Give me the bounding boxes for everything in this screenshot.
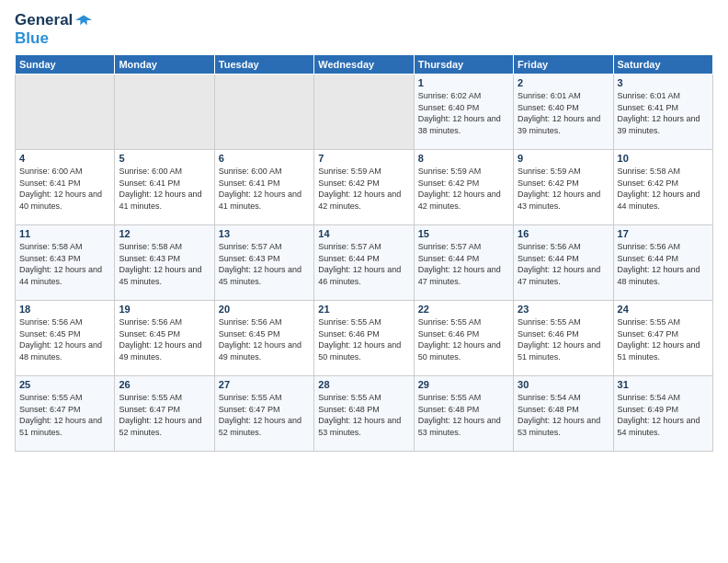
weekday-header-saturday: Saturday: [613, 55, 712, 75]
day-number: 7: [318, 153, 409, 164]
day-number: 17: [618, 228, 709, 239]
calendar-cell: 23Sunrise: 5:55 AMSunset: 6:46 PMDayligh…: [514, 301, 613, 376]
calendar-cell: 18Sunrise: 5:56 AMSunset: 6:45 PMDayligh…: [16, 301, 115, 376]
day-number: 30: [518, 379, 609, 390]
day-number: 26: [119, 379, 210, 390]
calendar-cell: 17Sunrise: 5:56 AMSunset: 6:44 PMDayligh…: [613, 225, 712, 301]
day-info: Sunrise: 5:54 AMSunset: 6:49 PMDaylight:…: [618, 392, 709, 438]
calendar-cell: 11Sunrise: 5:58 AMSunset: 6:43 PMDayligh…: [16, 225, 115, 301]
week-row-5: 25Sunrise: 5:55 AMSunset: 6:47 PMDayligh…: [16, 376, 713, 452]
day-number: 10: [618, 153, 709, 164]
day-number: 5: [119, 153, 210, 164]
day-info: Sunrise: 5:55 AMSunset: 6:47 PMDaylight:…: [119, 392, 210, 438]
calendar-cell: 20Sunrise: 5:56 AMSunset: 6:45 PMDayligh…: [214, 301, 313, 376]
week-row-2: 4Sunrise: 6:00 AMSunset: 6:41 PMDaylight…: [16, 150, 713, 225]
header: General Blue: [15, 11, 713, 47]
logo-blue: Blue: [15, 29, 49, 48]
day-info: Sunrise: 5:55 AMSunset: 6:46 PMDaylight:…: [418, 316, 509, 362]
calendar-cell: 29Sunrise: 5:55 AMSunset: 6:48 PMDayligh…: [414, 376, 513, 452]
weekday-header-wednesday: Wednesday: [314, 55, 414, 75]
calendar-cell: 9Sunrise: 5:59 AMSunset: 6:42 PMDaylight…: [514, 150, 613, 225]
calendar-cell: 15Sunrise: 5:57 AMSunset: 6:44 PMDayligh…: [414, 225, 513, 301]
day-number: 14: [318, 228, 409, 239]
weekday-header-row: SundayMondayTuesdayWednesdayThursdayFrid…: [16, 55, 713, 75]
day-info: Sunrise: 5:59 AMSunset: 6:42 PMDaylight:…: [318, 166, 409, 212]
day-info: Sunrise: 5:56 AMSunset: 6:44 PMDaylight:…: [518, 241, 609, 287]
day-info: Sunrise: 5:57 AMSunset: 6:44 PMDaylight:…: [318, 241, 409, 287]
logo: General Blue: [15, 11, 92, 47]
day-number: 21: [318, 304, 409, 315]
day-info: Sunrise: 6:01 AMSunset: 6:40 PMDaylight:…: [518, 90, 609, 136]
logo-general: General: [15, 11, 73, 29]
day-info: Sunrise: 5:55 AMSunset: 6:46 PMDaylight:…: [318, 316, 409, 362]
day-number: 23: [518, 304, 609, 315]
weekday-header-tuesday: Tuesday: [214, 55, 313, 75]
day-info: Sunrise: 5:59 AMSunset: 6:42 PMDaylight:…: [418, 166, 509, 212]
weekday-header-monday: Monday: [115, 55, 214, 75]
day-number: 31: [618, 379, 709, 390]
calendar-cell: [214, 75, 313, 150]
day-info: Sunrise: 5:58 AMSunset: 6:43 PMDaylight:…: [119, 241, 210, 287]
day-info: Sunrise: 6:00 AMSunset: 6:41 PMDaylight:…: [19, 166, 110, 212]
calendar-cell: [16, 75, 115, 150]
day-info: Sunrise: 6:02 AMSunset: 6:40 PMDaylight:…: [418, 90, 509, 136]
day-info: Sunrise: 5:56 AMSunset: 6:45 PMDaylight:…: [219, 316, 310, 362]
day-info: Sunrise: 5:55 AMSunset: 6:47 PMDaylight:…: [618, 316, 709, 362]
day-number: 20: [219, 304, 310, 315]
day-info: Sunrise: 5:59 AMSunset: 6:42 PMDaylight:…: [518, 166, 609, 212]
logo-bird-icon: [75, 12, 92, 29]
day-number: 29: [418, 379, 509, 390]
day-number: 27: [219, 379, 310, 390]
calendar-cell: 21Sunrise: 5:55 AMSunset: 6:46 PMDayligh…: [314, 301, 414, 376]
weekday-header-sunday: Sunday: [16, 55, 115, 75]
day-number: 2: [518, 77, 609, 88]
calendar-table: SundayMondayTuesdayWednesdayThursdayFrid…: [15, 54, 713, 452]
day-number: 24: [618, 304, 709, 315]
day-number: 1: [418, 77, 509, 88]
day-info: Sunrise: 5:57 AMSunset: 6:43 PMDaylight:…: [219, 241, 310, 287]
day-number: 18: [19, 304, 110, 315]
week-row-1: 1Sunrise: 6:02 AMSunset: 6:40 PMDaylight…: [16, 75, 713, 150]
day-number: 22: [418, 304, 509, 315]
day-info: Sunrise: 5:56 AMSunset: 6:44 PMDaylight:…: [618, 241, 709, 287]
day-info: Sunrise: 5:55 AMSunset: 6:47 PMDaylight:…: [219, 392, 310, 438]
calendar-cell: 8Sunrise: 5:59 AMSunset: 6:42 PMDaylight…: [414, 150, 513, 225]
logo-text-block: General Blue: [15, 11, 92, 47]
calendar-cell: 12Sunrise: 5:58 AMSunset: 6:43 PMDayligh…: [115, 225, 214, 301]
day-number: 12: [119, 228, 210, 239]
calendar-cell: 2Sunrise: 6:01 AMSunset: 6:40 PMDaylight…: [514, 75, 613, 150]
day-info: Sunrise: 5:58 AMSunset: 6:42 PMDaylight:…: [618, 166, 709, 212]
day-info: Sunrise: 5:56 AMSunset: 6:45 PMDaylight:…: [19, 316, 110, 362]
day-info: Sunrise: 5:55 AMSunset: 6:48 PMDaylight:…: [318, 392, 409, 438]
day-info: Sunrise: 6:00 AMSunset: 6:41 PMDaylight:…: [219, 166, 310, 212]
day-number: 25: [19, 379, 110, 390]
calendar-cell: 3Sunrise: 6:01 AMSunset: 6:41 PMDaylight…: [613, 75, 712, 150]
calendar-cell: 7Sunrise: 5:59 AMSunset: 6:42 PMDaylight…: [314, 150, 414, 225]
day-number: 6: [219, 153, 310, 164]
calendar-cell: 5Sunrise: 6:00 AMSunset: 6:41 PMDaylight…: [115, 150, 214, 225]
day-number: 8: [418, 153, 509, 164]
day-info: Sunrise: 6:01 AMSunset: 6:41 PMDaylight:…: [618, 90, 709, 136]
calendar-cell: 22Sunrise: 5:55 AMSunset: 6:46 PMDayligh…: [414, 301, 513, 376]
weekday-header-thursday: Thursday: [414, 55, 513, 75]
day-number: 4: [19, 153, 110, 164]
day-info: Sunrise: 5:54 AMSunset: 6:48 PMDaylight:…: [518, 392, 609, 438]
calendar-cell: 16Sunrise: 5:56 AMSunset: 6:44 PMDayligh…: [514, 225, 613, 301]
calendar-cell: 6Sunrise: 6:00 AMSunset: 6:41 PMDaylight…: [214, 150, 313, 225]
calendar-cell: 27Sunrise: 5:55 AMSunset: 6:47 PMDayligh…: [214, 376, 313, 452]
day-info: Sunrise: 5:56 AMSunset: 6:45 PMDaylight:…: [119, 316, 210, 362]
calendar-cell: 4Sunrise: 6:00 AMSunset: 6:41 PMDaylight…: [16, 150, 115, 225]
calendar-cell: 31Sunrise: 5:54 AMSunset: 6:49 PMDayligh…: [613, 376, 712, 452]
day-info: Sunrise: 5:55 AMSunset: 6:46 PMDaylight:…: [518, 316, 609, 362]
weekday-header-friday: Friday: [514, 55, 613, 75]
calendar-cell: 28Sunrise: 5:55 AMSunset: 6:48 PMDayligh…: [314, 376, 414, 452]
day-info: Sunrise: 6:00 AMSunset: 6:41 PMDaylight:…: [119, 166, 210, 212]
day-number: 3: [618, 77, 709, 88]
calendar-cell: 14Sunrise: 5:57 AMSunset: 6:44 PMDayligh…: [314, 225, 414, 301]
calendar-cell: 26Sunrise: 5:55 AMSunset: 6:47 PMDayligh…: [115, 376, 214, 452]
svg-marker-0: [75, 15, 92, 25]
calendar-cell: 30Sunrise: 5:54 AMSunset: 6:48 PMDayligh…: [514, 376, 613, 452]
calendar-cell: [115, 75, 214, 150]
calendar-cell: 10Sunrise: 5:58 AMSunset: 6:42 PMDayligh…: [613, 150, 712, 225]
day-number: 9: [518, 153, 609, 164]
